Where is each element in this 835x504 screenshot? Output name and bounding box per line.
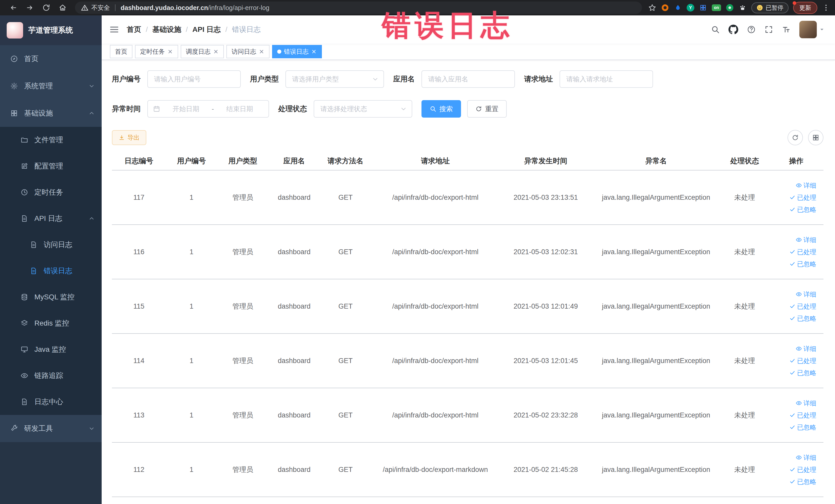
cell-exception: java.lang.IllegalArgumentException: [592, 302, 720, 310]
bookmark-star-icon[interactable]: [648, 4, 656, 12]
end-date-input[interactable]: [216, 105, 263, 113]
check-icon: [789, 315, 795, 321]
cell-actions: 详细 已处理 已忽略: [769, 181, 823, 214]
user-id-input[interactable]: [147, 70, 241, 88]
app-name-input[interactable]: [422, 70, 515, 88]
sidebar-item-infrastructure[interactable]: 基础设施: [0, 100, 102, 127]
tab-home[interactable]: 首页: [110, 45, 133, 58]
tab-error-logs[interactable]: 错误日志: [272, 45, 322, 58]
hamburger-icon[interactable]: [109, 25, 119, 35]
sidebar-item-file-management[interactable]: 文件管理: [0, 127, 102, 153]
sidebar-item-log-center[interactable]: 日志中心: [0, 389, 102, 415]
table-row: 114 1 管理员 dashboard GET /api/infra/db-do…: [112, 334, 823, 388]
extension-icon-4[interactable]: [699, 4, 707, 12]
security-chip[interactable]: 不安全: [81, 4, 110, 12]
user-avatar-dropdown[interactable]: [799, 21, 825, 38]
extension-icon-6[interactable]: [726, 4, 734, 12]
fullscreen-icon[interactable]: [765, 25, 773, 34]
exception-time-range-picker[interactable]: -: [147, 100, 269, 118]
paused-badge[interactable]: 已暂停: [751, 2, 789, 13]
browser-home-icon[interactable]: [59, 4, 67, 12]
filter-row-1: 用户编号 用户类型 请选择用户类型 应用名: [112, 70, 835, 88]
sidebar: 芋道管理系统 首页 系统管理 基础设施: [0, 15, 102, 504]
sidebar-logo[interactable]: 芋道管理系统: [0, 15, 102, 45]
sidebar-item-access-logs[interactable]: 访问日志: [0, 231, 102, 258]
mark-ignored-link[interactable]: 已忽略: [789, 478, 816, 486]
request-url-input[interactable]: [559, 70, 653, 88]
sidebar-item-config-management[interactable]: 配置管理: [0, 153, 102, 179]
detail-link[interactable]: 详细: [796, 290, 816, 299]
sidebar-item-java-monitor[interactable]: Java 监控: [0, 336, 102, 363]
extension-icon-2[interactable]: [674, 4, 682, 12]
reset-button[interactable]: 重置: [467, 100, 507, 118]
mark-ignored-link[interactable]: 已忽略: [789, 260, 816, 268]
close-icon[interactable]: [213, 49, 219, 55]
security-label: 不安全: [91, 4, 110, 12]
mark-ignored-link[interactable]: 已忽略: [789, 423, 816, 431]
tab-access-logs[interactable]: 访问日志: [226, 45, 269, 58]
sidebar-item-link-tracing[interactable]: 链路追踪: [0, 363, 102, 389]
detail-link[interactable]: 详细: [796, 453, 816, 462]
start-date-input[interactable]: [162, 105, 210, 113]
process-status-select[interactable]: 请选择处理状态: [314, 100, 412, 118]
cell-log-id: 112: [112, 466, 166, 474]
mark-processed-link[interactable]: 已处理: [789, 465, 816, 474]
mark-processed-link[interactable]: 已处理: [789, 302, 816, 311]
mark-processed-link[interactable]: 已处理: [789, 411, 816, 420]
mark-ignored-link[interactable]: 已忽略: [789, 314, 816, 323]
tab-dispatch-logs[interactable]: 调度日志: [181, 45, 224, 58]
tab-scheduled-tasks[interactable]: 定时任务: [135, 45, 178, 58]
search-icon[interactable]: [711, 25, 720, 34]
sidebar-item-system-management[interactable]: 系统管理: [0, 73, 102, 100]
reload-icon[interactable]: [42, 4, 50, 12]
sidebar-item-home[interactable]: 首页: [0, 45, 102, 73]
mark-processed-link[interactable]: 已处理: [789, 193, 816, 202]
export-button[interactable]: 导出: [112, 130, 146, 145]
cell-exception: java.lang.IllegalArgumentException: [592, 248, 720, 256]
address-bar[interactable]: 不安全 dashboard.yudao.iocoder.cn/infra/log…: [75, 2, 642, 14]
extension-icon-7[interactable]: [738, 4, 747, 12]
extension-icon-1[interactable]: [661, 4, 669, 12]
sidebar-item-dev-tools[interactable]: 研发工具: [0, 415, 102, 442]
detail-link[interactable]: 详细: [796, 181, 816, 190]
refresh-table-button[interactable]: [788, 130, 803, 145]
font-size-icon[interactable]: [782, 25, 791, 34]
breadcrumb-api-logs[interactable]: API 日志: [192, 25, 221, 35]
mark-ignored-link[interactable]: 已忽略: [789, 205, 816, 214]
detail-link[interactable]: 详细: [796, 236, 816, 244]
close-icon[interactable]: [167, 49, 173, 55]
mark-processed-link[interactable]: 已处理: [789, 248, 816, 256]
browser-menu-icon[interactable]: [822, 4, 830, 12]
detail-link[interactable]: 详细: [796, 399, 816, 407]
search-button[interactable]: 搜索: [422, 100, 461, 118]
cell-url: /api/infra/db-doc/export-html: [371, 248, 500, 256]
extension-icon-3[interactable]: Y: [687, 4, 694, 12]
close-icon[interactable]: [311, 49, 317, 55]
breadcrumb-infrastructure[interactable]: 基础设施: [152, 25, 181, 35]
extension-icon-5[interactable]: on: [712, 4, 721, 11]
close-icon[interactable]: [259, 49, 264, 55]
mark-processed-link[interactable]: 已处理: [789, 357, 816, 365]
sidebar-item-api-logs[interactable]: API 日志: [0, 205, 102, 231]
sidebar-item-redis-monitor[interactable]: Redis 监控: [0, 310, 102, 336]
github-icon[interactable]: [729, 25, 738, 35]
sidebar-item-scheduled-tasks[interactable]: 定时任务: [0, 179, 102, 205]
update-button[interactable]: 更新: [793, 2, 817, 14]
warning-icon: [81, 4, 88, 11]
user-type-select[interactable]: 请选择用户类型: [285, 70, 384, 88]
back-icon[interactable]: [9, 4, 18, 12]
cell-log-id: 113: [112, 411, 166, 419]
cell-user-type: 管理员: [217, 302, 268, 311]
mark-ignored-link[interactable]: 已忽略: [789, 369, 816, 377]
check-icon: [789, 370, 795, 376]
cell-user-id: 1: [166, 302, 217, 310]
sidebar-item-error-logs[interactable]: 错误日志: [0, 258, 102, 284]
breadcrumb-home[interactable]: 首页: [127, 25, 141, 35]
eye-icon: [796, 237, 802, 243]
download-icon: [119, 135, 125, 141]
column-settings-button[interactable]: [808, 130, 823, 145]
sidebar-item-mysql-monitor[interactable]: MySQL 监控: [0, 284, 102, 310]
help-icon[interactable]: [747, 25, 756, 34]
detail-link[interactable]: 详细: [796, 345, 816, 353]
forward-icon[interactable]: [26, 4, 34, 12]
